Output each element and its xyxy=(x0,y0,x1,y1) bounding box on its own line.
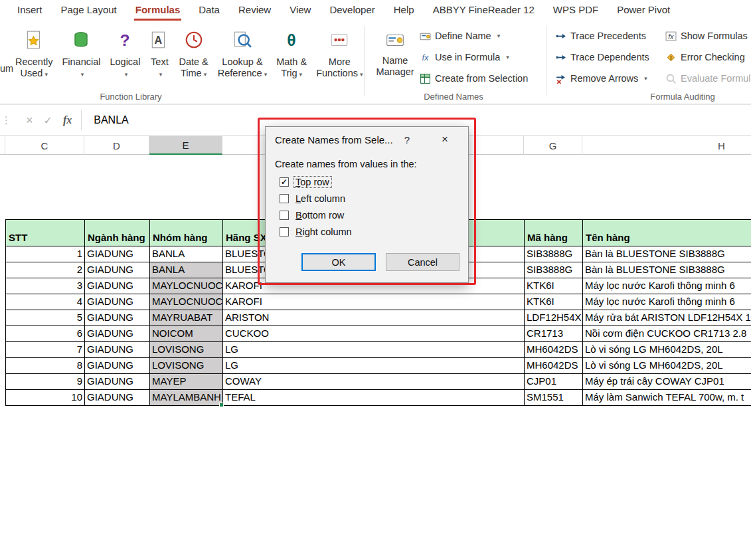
tab-power-pivot[interactable]: Power Pivot xyxy=(608,0,679,21)
column-header-b-sliver[interactable] xyxy=(0,136,5,155)
tab-insert[interactable]: Insert xyxy=(8,0,52,21)
name-box-divider-icon[interactable]: ⋮ xyxy=(1,114,11,126)
table-cell[interactable]: BANLA xyxy=(150,246,223,262)
table-cell[interactable]: TEFAL xyxy=(223,390,525,406)
name-manager-button[interactable]: NameManager xyxy=(373,29,417,78)
table-cell[interactable]: 5 xyxy=(6,310,85,326)
table-cell[interactable]: LOVISONG xyxy=(150,358,223,374)
table-cell[interactable]: SIB3888G xyxy=(525,262,583,278)
table-cell[interactable]: 9 xyxy=(6,374,85,390)
table-cell[interactable]: SM1551 xyxy=(525,390,583,406)
tab-formulas[interactable]: Formulas xyxy=(126,0,190,21)
checkbox-box-icon[interactable] xyxy=(280,194,289,203)
math-trig-button[interactable]: θMath &Trig▾ xyxy=(272,26,311,80)
table-cell[interactable]: GIADUNG xyxy=(85,246,150,262)
tab-abbyy-finereader-12[interactable]: ABBYY FineReader 12 xyxy=(424,0,544,21)
table-cell[interactable]: GIADUNG xyxy=(85,374,150,390)
table-cell[interactable]: MAYEP xyxy=(150,374,223,390)
table-cell[interactable]: LOVISONG xyxy=(150,342,223,358)
checkbox-left-column[interactable]: Left column xyxy=(280,193,354,204)
table-cell[interactable]: Lò vi sóng LG MH6042DS, 20L xyxy=(583,358,751,374)
table-cell[interactable]: MAYLAMBANH xyxy=(150,390,223,406)
checkbox-right-column[interactable]: Right column xyxy=(280,227,354,237)
checkbox-box-icon[interactable] xyxy=(280,211,289,220)
table-cell[interactable]: LG xyxy=(223,342,525,358)
dialog-help-button[interactable]: ? xyxy=(402,134,412,145)
table-cell[interactable]: MAYLOCNUOC xyxy=(150,278,223,294)
table-cell[interactable]: 6 xyxy=(6,326,85,342)
column-header-h[interactable]: H xyxy=(582,136,751,155)
table-cell[interactable]: MH6042DS xyxy=(525,342,583,358)
table-cell[interactable]: 2 xyxy=(6,262,85,278)
table-cell[interactable]: Bàn là BLUESTONE SIB3888G xyxy=(583,246,751,262)
table-cell[interactable]: Máy ép trái cây COWAY CJP01 xyxy=(583,374,751,390)
table-cell[interactable]: SIB3888G xyxy=(525,246,583,262)
enter-entry-icon[interactable]: ✓ xyxy=(44,114,52,127)
table-cell[interactable]: GIADUNG xyxy=(85,326,150,342)
column-header-c[interactable]: C xyxy=(5,136,84,155)
table-cell[interactable]: COWAY xyxy=(223,374,525,390)
table-cell[interactable]: Lò vi sóng LG MH6042DS, 20L xyxy=(583,342,751,358)
table-cell[interactable]: GIADUNG xyxy=(85,342,150,358)
show-formulas-button[interactable]: fxShow Formulas xyxy=(665,25,751,47)
table-cell[interactable]: KAROFI xyxy=(223,294,525,310)
table-cell[interactable]: Máy lọc nước Karofi thông minh 6 xyxy=(583,278,751,294)
table-cell[interactable]: CUCKOO xyxy=(223,326,525,342)
table-cell[interactable]: Máy rửa bát ARISTON LDF12H54X 1 xyxy=(583,310,751,326)
tab-page-layout[interactable]: Page Layout xyxy=(52,0,126,21)
table-cell[interactable]: ARISTON xyxy=(223,310,525,326)
table-cell[interactable]: BANLA xyxy=(150,262,223,278)
tab-wps-pdf[interactable]: WPS PDF xyxy=(544,0,608,21)
table-cell[interactable]: LDF12H54X xyxy=(525,310,583,326)
table-cell[interactable]: NOICOM xyxy=(150,326,223,342)
logical-button[interactable]: ?Logical▾ xyxy=(105,26,145,80)
table-cell[interactable]: GIADUNG xyxy=(85,262,150,278)
more-functions-button[interactable]: MoreFunctions▾ xyxy=(311,26,367,80)
tab-data[interactable]: Data xyxy=(189,0,229,21)
remove-arrows-button[interactable]: Remove Arrows▾ xyxy=(555,68,649,89)
dialog-close-icon[interactable]: × xyxy=(439,133,451,146)
table-cell[interactable]: LG xyxy=(223,358,525,374)
date-time-button[interactable]: Date &Time▾ xyxy=(174,26,212,80)
cancel-entry-icon[interactable]: × xyxy=(26,114,33,128)
trace-precedents-button[interactable]: Trace Precedents xyxy=(555,25,649,47)
cancel-button[interactable]: Cancel xyxy=(386,253,459,271)
lookup-reference-button[interactable]: Lookup &Reference▾ xyxy=(213,26,272,80)
table-cell[interactable]: MH6042DS xyxy=(525,358,583,374)
define-name-button[interactable]: Define Name▾ xyxy=(420,25,528,47)
text-button[interactable]: AText▾ xyxy=(145,26,174,80)
table-cell[interactable]: CJP01 xyxy=(525,374,583,390)
table-cell[interactable]: MAYRUABAT xyxy=(150,310,223,326)
table-cell[interactable]: GIADUNG xyxy=(85,358,150,374)
checkbox-box-icon[interactable]: ✓ xyxy=(280,177,289,187)
table-cell[interactable]: 8 xyxy=(6,358,85,374)
table-cell[interactable]: 10 xyxy=(6,390,85,406)
column-header-d[interactable]: D xyxy=(84,136,149,155)
create-from-selection-button[interactable]: Create from Selection xyxy=(420,68,528,89)
tab-review[interactable]: Review xyxy=(229,0,280,21)
formula-bar-value[interactable]: BANLA xyxy=(94,114,128,126)
table-cell[interactable]: 7 xyxy=(6,342,85,358)
table-cell[interactable]: GIADUNG xyxy=(85,390,150,406)
table-cell[interactable]: GIADUNG xyxy=(85,294,150,310)
column-header-g[interactable]: G xyxy=(524,136,582,155)
table-cell[interactable]: Máy làm Sanwich TEFAL 700w, m. t xyxy=(583,390,751,406)
table-cell[interactable]: CR1713 xyxy=(525,326,583,342)
table-cell[interactable]: Bàn là BLUESTONE SIB3888G xyxy=(583,262,751,278)
ok-button[interactable]: OK xyxy=(301,253,376,271)
insert-function-icon[interactable]: fx xyxy=(63,114,72,126)
table-cell[interactable]: Máy lọc nước Karofi thông minh 6 xyxy=(583,294,751,310)
tab-help[interactable]: Help xyxy=(384,0,424,21)
table-cell[interactable]: KTK6I xyxy=(525,278,583,294)
table-cell[interactable]: 1 xyxy=(6,246,85,262)
evaluate-formula-button[interactable]: Evaluate Formula xyxy=(665,68,751,89)
trace-dependents-button[interactable]: Trace Dependents xyxy=(555,47,649,68)
checkbox-box-icon[interactable] xyxy=(280,227,289,236)
tab-developer[interactable]: Developer xyxy=(320,0,384,21)
table-cell[interactable]: Nồi cơm điện CUCKOO CR1713 2.8 xyxy=(583,326,751,342)
table-cell[interactable]: MAYLOCNUOC xyxy=(150,294,223,310)
error-checking-button[interactable]: !Error Checking xyxy=(665,47,751,68)
table-cell[interactable]: 3 xyxy=(6,278,85,294)
financial-button[interactable]: Financial▾ xyxy=(57,26,105,80)
checkbox-top-row[interactable]: ✓Top row xyxy=(280,177,354,187)
